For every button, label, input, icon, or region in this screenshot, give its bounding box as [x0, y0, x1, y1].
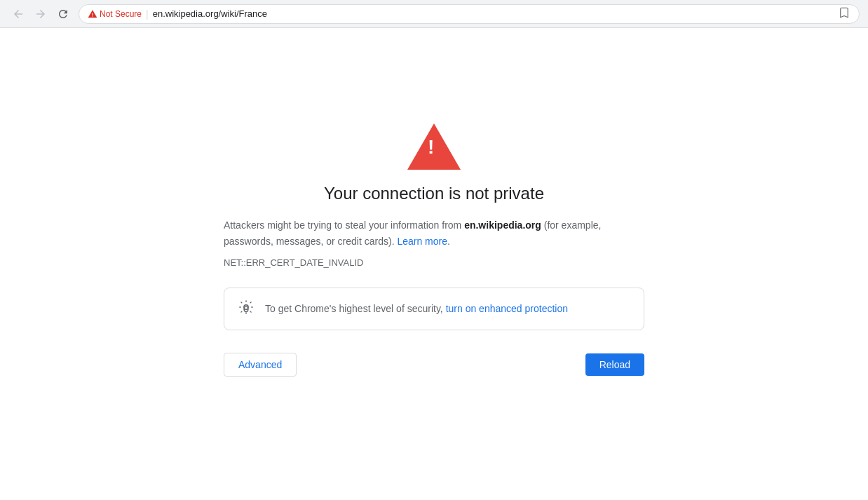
security-suggestion-box: To get Chrome's highest level of securit… — [224, 288, 644, 330]
error-code: NET::ERR_CERT_DATE_INVALID — [224, 257, 363, 268]
address-separator: | — [146, 8, 149, 20]
warning-icon-small — [88, 9, 97, 19]
reload-page-button[interactable]: Reload — [585, 353, 644, 376]
suggestion-before: To get Chrome's highest level of securit… — [265, 303, 446, 314]
address-bar[interactable]: Not Secure | en.wikipedia.org/wiki/Franc… — [79, 4, 860, 24]
description-before: Attackers might be trying to steal your … — [224, 219, 464, 231]
domain-name: en.wikipedia.org — [464, 219, 541, 231]
warning-icon-large — [407, 123, 461, 170]
action-buttons: Advanced Reload — [224, 353, 644, 377]
security-suggestion-text: To get Chrome's highest level of securit… — [265, 303, 568, 314]
main-content: Your connection is not private Attackers… — [0, 28, 868, 500]
url-text: en.wikipedia.org/wiki/France — [153, 8, 267, 19]
advanced-button[interactable]: Advanced — [224, 353, 297, 377]
not-secure-badge[interactable]: Not Secure — [88, 9, 142, 19]
reload-button[interactable] — [53, 4, 73, 24]
error-container: Your connection is not private Attackers… — [224, 123, 644, 377]
bookmark-icon[interactable] — [838, 6, 850, 22]
lightbulb-icon — [238, 299, 254, 318]
back-button[interactable] — [8, 4, 28, 24]
enhanced-protection-link[interactable]: turn on enhanced protection — [446, 303, 568, 314]
error-title: Your connection is not private — [324, 184, 544, 203]
nav-buttons — [8, 4, 73, 24]
not-secure-label: Not Secure — [100, 9, 142, 19]
forward-button[interactable] — [31, 4, 50, 24]
triangle-icon — [407, 123, 461, 170]
learn-more-link[interactable]: Learn more — [397, 236, 447, 247]
error-description: Attackers might be trying to steal your … — [224, 217, 644, 249]
browser-chrome: Not Secure | en.wikipedia.org/wiki/Franc… — [0, 0, 868, 28]
